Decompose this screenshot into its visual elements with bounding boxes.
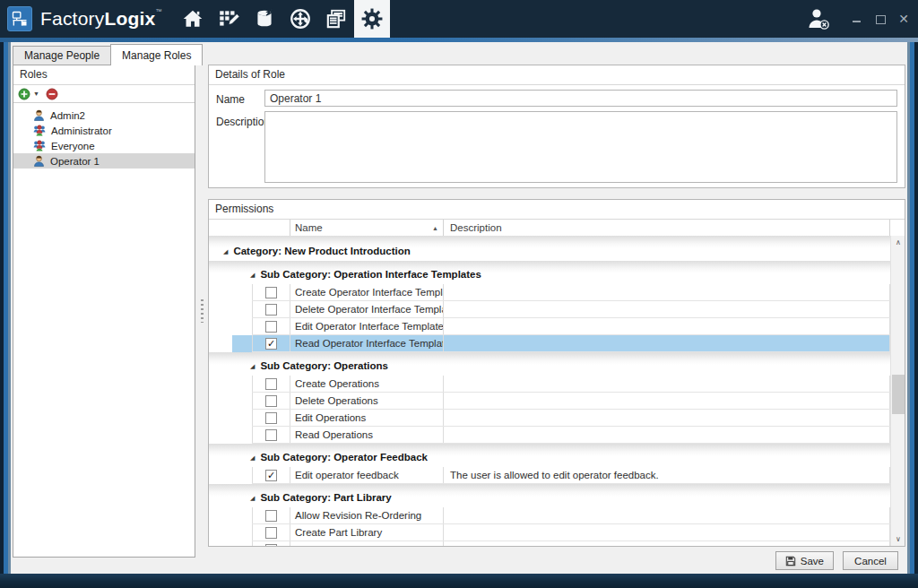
collapse-expander-icon[interactable]: ◢ [250,495,255,502]
scroll-up-icon[interactable]: ∧ [891,236,905,249]
permission-checkbox[interactable] [265,510,277,522]
npi-circle-arrows-icon[interactable] [282,0,318,38]
subcategory-group-row[interactable]: ◢Sub Category: Operation Interface Templ… [209,261,890,284]
permission-row[interactable]: Allow Revision Re-Ordering [209,507,890,524]
permission-checkbox[interactable]: ✓ [265,338,277,350]
permission-row[interactable]: Edit Operator Interface Templates [209,318,890,335]
permission-description [444,335,890,351]
permission-checkbox[interactable] [265,395,277,407]
permission-row[interactable]: Read Operations [209,427,890,444]
collapse-expander-icon[interactable]: ◢ [250,363,255,370]
permission-name: Edit Operations [290,410,444,426]
remove-role-icon[interactable] [46,88,58,100]
permission-row[interactable]: ✓Read Operator Interface Templates [209,335,890,352]
scrollbar-thumb[interactable] [892,375,905,414]
permission-row[interactable]: Create Part Library [209,524,890,541]
collapse-expander-icon[interactable]: ◢ [223,248,228,255]
tabstrip: Manage People Manage Roles [13,46,202,65]
permission-checkbox[interactable]: ✓ [265,470,277,481]
permission-row[interactable]: Delete Operator Interface Templat... [209,301,890,318]
window-edge-right [907,42,918,574]
client-area: Manage People Manage Roles Roles ▼ Admin… [11,42,907,574]
group-icon [33,140,46,151]
maximize-button[interactable] [875,13,886,24]
permission-description [444,541,890,546]
sort-ascending-icon: ▲ [432,225,438,231]
tab-manage-roles[interactable]: Manage Roles [110,44,203,65]
permission-checkbox[interactable] [265,304,277,316]
subcategory-group-row[interactable]: ◢Sub Category: Part Library [209,484,890,507]
permissions-panel-title: Permissions [209,200,905,220]
permission-row[interactable]: Create Operations [209,376,890,393]
permission-checkbox[interactable] [265,321,277,333]
factorylogix-logo-icon [7,6,32,31]
production-grid-pencil-icon[interactable] [211,0,247,38]
permission-row[interactable]: Delete Part Library [209,541,890,546]
permission-checkbox[interactable] [265,429,277,441]
role-description-input[interactable] [264,111,897,183]
roles-panel: Roles ▼ Admin2AdministratorEveryoneOpera… [13,65,195,558]
collapse-expander-icon[interactable]: ◢ [250,272,255,279]
settings-gear-icon[interactable] [354,0,390,38]
subcategory-group-row[interactable]: ◢Sub Category: Operator Feedback [209,444,890,467]
person-icon [33,155,45,167]
person-icon [33,109,45,121]
permission-checkbox[interactable] [265,527,277,539]
trademark: ™ [155,8,161,14]
group-icon [33,125,46,136]
add-role-dropdown-icon[interactable]: ▼ [33,91,39,97]
panel-splitter[interactable] [197,65,206,558]
permission-description [444,318,890,334]
permissions-scrollbar[interactable]: ∧ ∨ [890,236,905,546]
roles-panel-title: Roles [13,65,195,84]
permission-row[interactable]: Edit Operations [209,410,890,427]
add-role-icon[interactable] [18,88,30,100]
permission-description [444,376,890,392]
permissions-table-header: Name▲ Description [209,220,905,237]
app-window: FactoryLogix™ [0,0,918,588]
permission-description [444,427,890,443]
home-icon[interactable] [175,0,211,38]
role-name-input[interactable] [264,90,897,107]
description-column-header[interactable]: Description [444,220,890,236]
close-button[interactable]: ✕ [898,13,909,24]
window-edge-left [0,42,11,574]
roles-list: Admin2AdministratorEveryoneOperator 1 [13,103,195,169]
permission-row[interactable]: Create Operator Interface Templat... [209,284,890,301]
role-item[interactable]: Operator 1 [13,153,195,169]
cancel-button[interactable]: Cancel [843,551,898,570]
category-group-row[interactable]: ◢Category: New Product Introduction [209,236,890,261]
permission-description [444,393,890,409]
role-name: Admin2 [50,110,85,121]
role-item[interactable]: Administrator [13,123,195,138]
permission-name: Delete Operations [290,393,444,409]
permission-description [444,284,890,300]
permission-description [444,410,890,426]
description-label: Description [216,116,270,128]
material-database-icon[interactable] [247,0,282,38]
titlebar: FactoryLogix™ [0,0,918,38]
collapse-expander-icon[interactable]: ◢ [250,454,255,462]
permission-row[interactable]: ✓Edit operator feedbackThe user is allow… [209,467,890,484]
group-label: Sub Category: Operator Feedback [260,452,428,463]
user-logout-icon[interactable] [805,6,832,31]
permission-row[interactable]: Delete Operations [209,393,890,410]
permission-description [444,524,890,540]
minimize-button[interactable] [852,13,862,24]
role-item[interactable]: Everyone [13,138,195,153]
permission-checkbox[interactable] [265,544,277,547]
permission-checkbox[interactable] [265,378,277,390]
documents-icon[interactable] [318,0,354,38]
permission-name: Delete Part Library [290,541,444,546]
permission-checkbox[interactable] [265,412,277,424]
role-item[interactable]: Admin2 [13,108,195,123]
tab-manage-people[interactable]: Manage People [13,46,111,65]
subcategory-group-row[interactable]: ◢Sub Category: Operations [209,352,890,376]
permission-checkbox[interactable] [265,287,277,298]
name-column-header[interactable]: Name▲ [290,220,444,236]
scroll-down-icon[interactable]: ∨ [891,532,905,546]
permission-name: Read Operations [290,427,444,443]
permission-name: Create Part Library [290,524,444,540]
save-button[interactable]: Save [775,551,834,570]
permission-description [444,301,890,317]
